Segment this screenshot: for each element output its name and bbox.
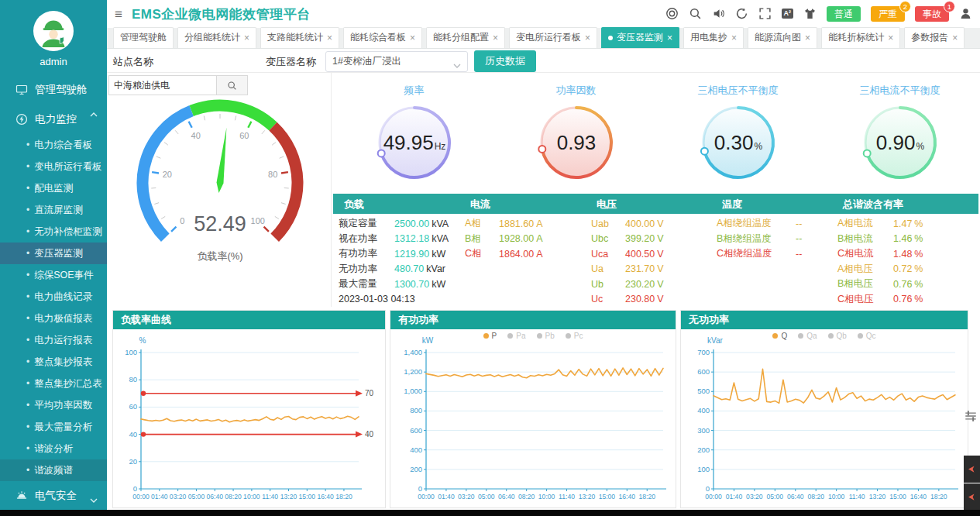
legend-item-Pa[interactable]: Pa <box>507 332 525 340</box>
refresh-icon[interactable] <box>735 7 748 20</box>
sidebar-item-整点集抄汇总表[interactable]: •整点集抄汇总表 <box>0 373 107 394</box>
history-data-button[interactable]: 历史数据 <box>474 50 536 72</box>
legend-item-Qa[interactable]: Qa <box>798 332 817 340</box>
svg-text:300: 300 <box>697 426 710 435</box>
legend-label: Qb <box>837 332 847 340</box>
tab[interactable]: 用电集抄× <box>683 27 744 48</box>
sidebar-item-电力综合看板[interactable]: •电力综合看板 <box>0 134 107 156</box>
tab[interactable]: 能耗折标统计× <box>821 27 900 48</box>
tab[interactable]: 变压器监测× <box>601 27 679 48</box>
sidebar-item-变压器监测[interactable]: •变压器监测 <box>0 243 107 264</box>
severe-count-badge: 2 <box>899 1 911 12</box>
capture-button-1[interactable] <box>964 456 980 483</box>
svg-text:16:40: 16:40 <box>619 493 636 501</box>
fullscreen-icon[interactable] <box>758 7 772 20</box>
svg-text:10:00: 10:00 <box>243 493 260 501</box>
legend-item-Pb[interactable]: Pb <box>537 332 555 340</box>
sidebar-item-综保SOE事件[interactable]: •综保SOE事件 <box>0 264 107 286</box>
sidebar-item-最大需量分析[interactable]: •最大需量分析 <box>0 416 107 438</box>
sidebar-item-配电监测[interactable]: •配电监测 <box>0 177 107 199</box>
table-column-header: 电流 <box>470 198 490 212</box>
sidebar-item-变电所运行看板[interactable]: •变电所运行看板 <box>0 156 107 177</box>
row-value: 1928.00 <box>499 233 534 244</box>
legend-item-P[interactable]: P <box>483 332 497 340</box>
sidebar-item-label: 综保SOE事件 <box>34 269 93 282</box>
tab-label: 用电集抄 <box>690 31 727 44</box>
svg-text:00:00: 00:00 <box>418 493 435 501</box>
legend-item-Qb[interactable]: Qb <box>828 332 847 340</box>
sidebar-item-电力监控[interactable]: 电力监控 <box>0 105 107 134</box>
tab[interactable]: 变电所运行看板× <box>509 27 597 48</box>
sidebar-item-电气安全[interactable]: 电气安全 <box>0 481 107 510</box>
tab[interactable]: 参数报告× <box>904 27 965 48</box>
tab-label: 变电所运行看板 <box>516 31 581 44</box>
font-size-icon[interactable]: A² <box>782 9 794 19</box>
search-icon[interactable] <box>689 7 702 20</box>
bottom-black-bar <box>0 510 980 516</box>
chevron-up-icon <box>90 117 98 122</box>
sidebar-item-直流屏监测[interactable]: •直流屏监测 <box>0 199 107 221</box>
sidebar-item-电力曲线记录[interactable]: •电力曲线记录 <box>0 286 107 308</box>
tab[interactable]: 能耗分组配置× <box>426 27 505 48</box>
close-icon[interactable]: × <box>327 33 332 43</box>
theme-circle-icon[interactable] <box>665 7 679 20</box>
row-unit: kVA <box>432 218 449 229</box>
menu-toggle-icon[interactable]: ≡ <box>115 8 122 21</box>
sidebar-item-平均功率因数[interactable]: •平均功率因数 <box>0 394 107 416</box>
status-severe-badge[interactable]: 严重2 <box>871 6 905 22</box>
tab[interactable]: 能耗综合看板× <box>343 27 422 48</box>
close-icon[interactable]: × <box>805 33 810 43</box>
status-accident-badge[interactable]: 事故1 <box>915 6 949 22</box>
close-icon[interactable]: × <box>888 33 893 43</box>
sidebar-item-管理驾驶舱[interactable]: 管理驾驶舱 <box>0 75 107 105</box>
close-icon[interactable]: × <box>952 33 958 43</box>
svg-text:40: 40 <box>129 430 137 439</box>
row-value: 0.76 <box>893 294 912 304</box>
tab[interactable]: 能源流向图× <box>748 27 817 48</box>
sidebar-item-电力运行报表[interactable]: •电力运行报表 <box>0 329 107 351</box>
legend-dot-icon <box>828 333 834 339</box>
status-normal-badge[interactable]: 普通 <box>827 6 861 22</box>
svg-text:1,000: 1,000 <box>404 387 422 395</box>
legend-label: Pa <box>516 332 525 340</box>
table-row: C相1864.00A <box>465 246 543 262</box>
legend-item-Pc[interactable]: Pc <box>566 332 583 340</box>
tab[interactable]: 分组能耗统计× <box>177 27 256 48</box>
sound-icon[interactable] <box>712 7 725 20</box>
tab[interactable]: 管理驾驶舱 <box>113 27 174 48</box>
adjust-tool-icon[interactable] <box>964 409 978 423</box>
close-icon[interactable]: × <box>410 33 415 43</box>
close-icon[interactable]: × <box>493 33 498 43</box>
load-rate-gauge: 02040608010052.49 <box>115 91 325 256</box>
legend-dot-icon <box>798 333 803 339</box>
theme-shirt-icon[interactable] <box>803 7 817 20</box>
close-icon[interactable]: × <box>731 33 737 43</box>
sidebar-item-电力极值报表[interactable]: •电力极值报表 <box>0 308 107 329</box>
transformer-select[interactable]: 1#变榨油厂浸出 <box>325 51 468 72</box>
row-label: 无功功率 <box>339 263 387 276</box>
avatar[interactable] <box>33 11 74 51</box>
close-icon[interactable]: × <box>585 33 590 43</box>
legend-item-Qc[interactable]: Qc <box>858 332 876 340</box>
svg-text:0.93: 0.93 <box>556 131 596 154</box>
svg-text:200: 200 <box>410 465 422 473</box>
svg-text:00:00: 00:00 <box>132 493 150 501</box>
row-label: A相绕组温度 <box>717 217 788 230</box>
user-icon[interactable] <box>959 7 972 20</box>
tab-label: 能耗综合看板 <box>350 31 406 44</box>
table-row: C相电压0.76% <box>837 292 923 308</box>
capture-button-2[interactable] <box>964 483 980 511</box>
sidebar-item-无功补偿柜监测[interactable]: •无功补偿柜监测 <box>0 221 107 243</box>
close-icon[interactable]: × <box>244 33 249 43</box>
sidebar-item-整点集抄报表[interactable]: •整点集抄报表 <box>0 351 107 373</box>
svg-text:500: 500 <box>697 387 710 395</box>
sidebar-item-谐波分析[interactable]: •谐波分析 <box>0 438 107 459</box>
sidebar-item-谐波频谱[interactable]: •谐波频谱 <box>0 459 107 481</box>
chart-svg: 020406080100%00:0001:4003:2005:0006:4008… <box>113 329 385 507</box>
close-icon[interactable]: × <box>667 33 672 43</box>
table-row: B相电流1.46% <box>837 232 923 247</box>
svg-text:700: 700 <box>697 348 710 356</box>
row-value: 1219.90 <box>394 249 429 260</box>
tab[interactable]: 支路能耗统计× <box>260 27 339 48</box>
legend-item-Q[interactable]: Q <box>772 332 787 340</box>
